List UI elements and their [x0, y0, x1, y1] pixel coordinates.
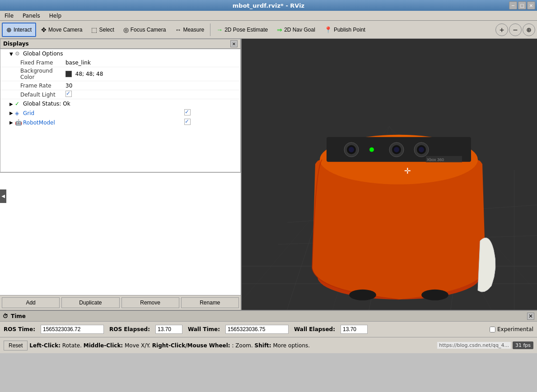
grid-enabled-checkbox[interactable]: [184, 109, 191, 115]
move-camera-button[interactable]: ✥ Move Camera: [37, 23, 86, 37]
remove-toolbar-button[interactable]: −: [509, 23, 522, 36]
default-light-row: Default Light: [0, 90, 240, 99]
bg-color-label: Background Color: [2, 68, 65, 80]
wall-time-label: Wall Time:: [188, 326, 220, 332]
experimental-label: Experimental: [497, 326, 533, 332]
global-options-row[interactable]: ▼ ⚙ Global Options: [0, 49, 240, 58]
experimental-container: Experimental: [490, 326, 533, 332]
bg-color-row: Background Color 48; 48; 48: [0, 67, 240, 81]
add-button[interactable]: Add: [2, 297, 60, 308]
svg-point-21: [394, 147, 399, 152]
select-button[interactable]: ⬚ Select: [87, 23, 118, 37]
robot-svg: Xbox 360: [263, 69, 537, 310]
time-panel-title: Time: [11, 313, 26, 319]
status-text: Left-Click: Rotate. Middle-Click: Move X…: [29, 342, 435, 349]
menu-help[interactable]: Help: [47, 12, 64, 20]
toolbar: ⊕ Interact ✥ Move Camera ⬚ Select ◎ Focu…: [0, 21, 537, 39]
more-options-text: More options.: [273, 342, 310, 349]
toolbar-separator-1: [210, 23, 210, 36]
add-toolbar-button[interactable]: +: [495, 23, 508, 36]
fixed-frame-value[interactable]: base_link: [65, 60, 238, 66]
panel-collapse-arrow[interactable]: ◀: [0, 189, 6, 203]
menu-file[interactable]: File: [2, 12, 16, 20]
menu-panels[interactable]: Panels: [20, 12, 43, 20]
focus-camera-label: Focus Camera: [131, 27, 166, 33]
ros-elapsed-label: ROS Elapsed:: [109, 326, 150, 332]
interact-button[interactable]: ⊕ Interact: [2, 23, 36, 37]
minimize-button[interactable]: ─: [509, 1, 517, 9]
maximize-button[interactable]: □: [518, 1, 526, 9]
reset-button[interactable]: Reset: [4, 341, 28, 350]
main-layout: Displays ✕ ▼ ⚙ Global Options Fixed Fram…: [0, 39, 537, 310]
frame-rate-value[interactable]: 30: [65, 83, 238, 89]
window-title: mbot_urdf.rviz* - RViz: [233, 2, 304, 9]
global-status-icon: ✓: [15, 101, 23, 107]
3d-viewport[interactable]: Xbox 360 ✛: [242, 39, 537, 310]
rename-button[interactable]: Rename: [181, 297, 239, 308]
titlebar: mbot_urdf.rviz* - RViz ─ □ ✕: [0, 0, 537, 11]
default-light-checkbox[interactable]: [65, 91, 72, 97]
window-controls[interactable]: ─ □ ✕: [509, 1, 535, 9]
global-status-row[interactable]: ▶ ✓ Global Status: Ok: [0, 99, 240, 108]
global-options-icon: ⚙: [15, 51, 23, 57]
fixed-frame-label: Fixed Frame: [2, 60, 65, 66]
wall-elapsed-label: Wall Elapsed:: [294, 326, 335, 332]
remove-button[interactable]: Remove: [121, 297, 179, 308]
wall-elapsed-input[interactable]: [341, 325, 368, 334]
displays-close-button[interactable]: ✕: [230, 40, 238, 47]
time-panel-close[interactable]: ✕: [527, 313, 534, 320]
bg-color-value[interactable]: 48; 48; 48: [65, 71, 238, 78]
global-options-arrow[interactable]: ▼: [9, 51, 15, 56]
default-light-label: Default Light: [2, 92, 65, 98]
pose-estimate-button[interactable]: → 2D Pose Estimate: [212, 23, 272, 37]
frame-rate-row: Frame Rate 30: [0, 81, 240, 90]
status-url: https://blog.csdn.net/qq_4...: [437, 342, 511, 349]
focus-camera-button[interactable]: ◎ Focus Camera: [119, 23, 170, 37]
nav-goal-button[interactable]: ⇒ 2D Nav Goal: [273, 23, 319, 37]
close-button[interactable]: ✕: [527, 1, 535, 9]
zoom-text: : Zoom.: [232, 342, 255, 349]
time-panel-content: ROS Time: ROS Elapsed: Wall Time: Wall E…: [0, 322, 537, 337]
robot-model-arrow[interactable]: ▶: [9, 120, 15, 125]
wall-time-input[interactable]: [225, 325, 289, 334]
rotate-text: Rotate.: [62, 342, 84, 349]
duplicate-button[interactable]: Duplicate: [61, 297, 119, 308]
bg-color-swatch[interactable]: [65, 71, 72, 77]
global-status-label: Global Status: Ok: [23, 101, 238, 107]
experimental-checkbox[interactable]: [490, 327, 495, 332]
ros-elapsed-input[interactable]: [155, 325, 182, 334]
publish-point-button[interactable]: 📍 Publish Point: [320, 23, 369, 37]
pose-estimate-icon: →: [216, 26, 223, 33]
measure-icon: ↔: [175, 26, 181, 33]
grid-row[interactable]: ▶ ◈ Grid: [0, 108, 240, 118]
svg-point-18: [369, 147, 374, 152]
nav-goal-icon: ⇒: [277, 26, 282, 33]
fixed-frame-row: Fixed Frame base_link: [0, 58, 240, 67]
robot-model-checkbox-cell[interactable]: [184, 119, 238, 126]
robot-model-label: RobotModel: [23, 120, 184, 126]
displays-content[interactable]: ▼ ⚙ Global Options Fixed Frame base_link…: [0, 49, 241, 172]
robot-model-enabled-checkbox[interactable]: [184, 119, 191, 125]
interact-label: Interact: [14, 27, 32, 33]
ros-time-label: ROS Time:: [4, 326, 35, 332]
publish-point-label: Publish Point: [334, 27, 365, 33]
ros-time-input[interactable]: [41, 325, 104, 334]
pose-estimate-label: 2D Pose Estimate: [224, 27, 268, 33]
left-click-label: Left-Click:: [29, 342, 61, 349]
global-status-arrow[interactable]: ▶: [9, 101, 15, 106]
move-camera-icon: ✥: [41, 26, 47, 33]
svg-point-27: [349, 289, 376, 300]
bg-color-text: 48; 48; 48: [75, 71, 103, 77]
grid-arrow[interactable]: ▶: [9, 111, 15, 115]
measure-button[interactable]: ↔ Measure: [171, 23, 208, 37]
select-label: Select: [99, 27, 114, 33]
robot-model-row[interactable]: ▶ 🤖 RobotModel: [0, 118, 240, 127]
settings-toolbar-button[interactable]: ⊕: [523, 23, 535, 36]
publish-point-icon: 📍: [324, 26, 332, 33]
default-light-value[interactable]: [65, 91, 238, 98]
robot-model-icon: 🤖: [15, 119, 23, 126]
time-panel-header: ⏱ Time ✕: [0, 311, 537, 322]
svg-point-24: [419, 147, 424, 152]
focus-camera-icon: ◎: [123, 26, 129, 33]
grid-checkbox-cell[interactable]: [184, 109, 238, 117]
